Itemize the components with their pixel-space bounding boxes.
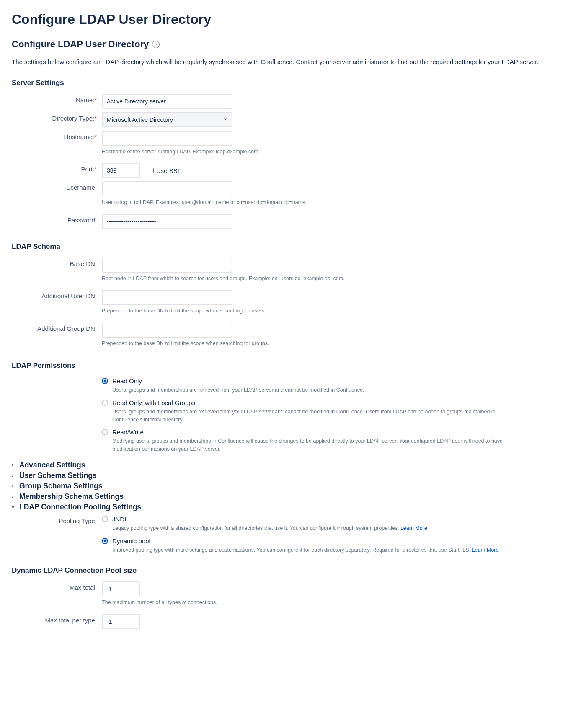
pool-size-heading: Dynamic LDAP Connection Pool size [12, 566, 556, 575]
name-input[interactable] [102, 94, 232, 109]
expander-ldap-connection-pooling-settings[interactable]: ▾LDAP Connection Pooling Settings [12, 503, 556, 511]
add-user-dn-label: Additional User DN: [12, 289, 102, 299]
username-hint: User to log in to LDAP. Examples: user@d… [102, 199, 556, 207]
max-total-per-type-input[interactable] [102, 614, 140, 629]
server-settings-heading: Server Settings [12, 79, 556, 87]
subtitle-text: Configure LDAP User Directory [12, 39, 149, 50]
permission-label-0: Read Only [112, 377, 142, 385]
chevron-right-icon: › [12, 462, 17, 468]
hostname-label: Hostname:* [12, 130, 102, 140]
directory-type-label: Directory Type:* [12, 111, 102, 122]
use-ssl-checkbox[interactable] [148, 168, 154, 173]
max-total-hint: The maximum number of all types of conne… [102, 599, 556, 607]
pooling-desc-0: Legacy pooling type with a shared config… [112, 524, 523, 532]
pooling-label-0: JNDI [112, 516, 126, 523]
expander-user-schema-settings[interactable]: ›User Schema Settings [12, 471, 556, 480]
permission-radio-2[interactable] [102, 429, 108, 435]
ldap-schema-heading: LDAP Schema [12, 243, 556, 251]
port-input[interactable] [102, 163, 140, 178]
chevron-right-icon: › [12, 493, 17, 499]
expander-membership-schema-settings[interactable]: ›Membership Schema Settings [12, 492, 556, 501]
max-total-label: Max total: [12, 581, 102, 591]
hostname-hint: Hostname of the server running LDAP. Exa… [102, 148, 556, 156]
username-label: Username: [12, 181, 102, 191]
permission-label-2: Read/Write [112, 429, 144, 436]
add-group-dn-label: Additional Group DN: [12, 322, 102, 332]
permission-desc-2: Modifying users, groups and memberships … [112, 437, 523, 453]
ldap-permissions-heading: LDAP Permissions [12, 361, 556, 370]
permission-desc-1: Users, groups and memberships are retrie… [112, 408, 523, 424]
directory-type-select[interactable]: Microsoft Active Directory [102, 112, 232, 127]
chevron-down-icon: ▾ [12, 504, 17, 510]
base-dn-label: Base DN: [12, 257, 102, 267]
base-dn-input[interactable] [102, 258, 232, 273]
add-group-dn-input[interactable] [102, 323, 232, 338]
pooling-radio-1[interactable] [102, 538, 108, 544]
permission-desc-0: Users, groups and memberships are retrie… [112, 386, 523, 394]
hostname-input[interactable] [102, 131, 232, 146]
intro-text: The settings below configure an LDAP dir… [12, 57, 540, 67]
chevron-right-icon: › [12, 472, 17, 478]
expander-label: Advanced Settings [19, 461, 85, 470]
use-ssl-label: Use SSL [156, 167, 181, 174]
port-label: Port:* [12, 162, 102, 173]
learn-more-link-1[interactable]: Learn More [472, 547, 499, 553]
expander-label: User Schema Settings [19, 471, 97, 480]
base-dn-hint: Root node in LDAP from which to search f… [102, 275, 556, 283]
permission-label-1: Read Only, with Local Groups [112, 399, 195, 406]
expander-label: Group Schema Settings [19, 482, 102, 490]
expander-label: LDAP Connection Pooling Settings [19, 503, 141, 511]
page-title: Configure LDAP User Directory [12, 12, 556, 27]
chevron-right-icon: › [12, 483, 17, 489]
add-user-dn-input[interactable] [102, 290, 232, 305]
learn-more-link-0[interactable]: Learn More [400, 525, 427, 531]
expander-advanced-settings[interactable]: ›Advanced Settings [12, 461, 556, 470]
add-group-dn-hint: Prepended to the base DN to limit the sc… [102, 340, 556, 348]
password-label: Password: [12, 213, 102, 224]
permission-radio-1[interactable] [102, 400, 108, 406]
directory-type-value: Microsoft Active Directory [107, 116, 173, 123]
pooling-radio-0[interactable] [102, 516, 108, 522]
max-total-per-type-label: Max total per type: [12, 613, 102, 624]
password-input[interactable] [102, 214, 232, 229]
pooling-desc-1: Improved pooling type with more settings… [112, 546, 523, 554]
name-label: Name:* [12, 93, 102, 103]
max-total-input[interactable] [102, 581, 140, 596]
expander-group-schema-settings[interactable]: ›Group Schema Settings [12, 482, 556, 490]
expander-label: Membership Schema Settings [19, 492, 124, 501]
chevron-down-icon [222, 116, 228, 123]
permission-radio-0[interactable] [102, 378, 108, 384]
add-user-dn-hint: Prepended to the base DN to limit the sc… [102, 307, 556, 315]
section-subtitle: Configure LDAP User Directory ? [12, 39, 556, 50]
pooling-type-label: Pooling Type: [12, 514, 102, 524]
username-input[interactable] [102, 181, 232, 196]
pooling-label-1: Dynamic pool [112, 537, 150, 545]
help-icon[interactable]: ? [152, 41, 160, 48]
